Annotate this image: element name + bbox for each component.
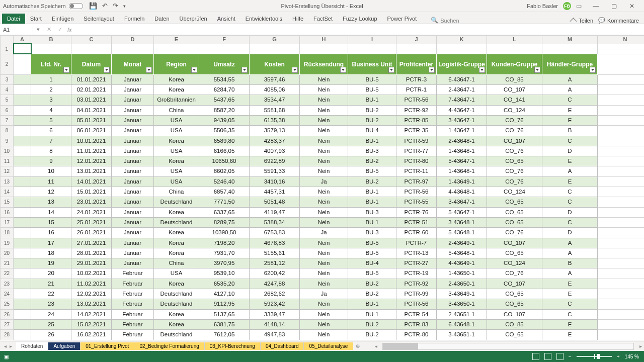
table-cell[interactable]: 3339,47	[250, 309, 300, 319]
table-cell[interactable]: E	[542, 115, 598, 125]
table-cell[interactable]: E	[542, 289, 598, 299]
table-cell[interactable]: Januar	[112, 197, 154, 207]
table-cell[interactable]: Deutschland	[154, 289, 199, 299]
table-cell[interactable]: 25.01.2021	[71, 217, 112, 227]
share-button[interactable]: Teilen	[572, 18, 593, 24]
zoom-slider[interactable]	[577, 356, 612, 357]
table-cell[interactable]: 15	[31, 217, 71, 227]
cell[interactable]	[71, 44, 112, 54]
table-cell[interactable]: BU-5	[348, 166, 396, 176]
table-cell[interactable]: USA	[154, 115, 199, 125]
table-cell[interactable]: PCTR-7	[396, 238, 437, 248]
table-cell[interactable]: PCTR-54	[396, 309, 437, 319]
table-cell[interactable]: PCTR-27	[396, 258, 437, 268]
cell[interactable]	[31, 44, 71, 54]
table-cell[interactable]: 6753,83	[250, 228, 300, 238]
table-cell[interactable]: Korea	[154, 228, 199, 238]
sheet-tab[interactable]: 02_Bedingte Formatierung	[134, 342, 204, 350]
table-cell[interactable]: Korea	[154, 207, 199, 217]
table-cell[interactable]: PCTR-80	[396, 156, 437, 166]
table-cell[interactable]: Nein	[300, 74, 348, 84]
table-cell[interactable]: 23	[31, 299, 71, 309]
table-cell[interactable]: 27.01.2021	[71, 238, 112, 248]
table-cell[interactable]: 3	[31, 95, 71, 105]
cell[interactable]	[542, 44, 598, 54]
table-cell[interactable]: A	[542, 238, 598, 248]
table-cell[interactable]: Nein	[300, 238, 348, 248]
maximize-button[interactable]: ▢	[605, 0, 623, 12]
table-cell[interactable]: 8602,05	[199, 166, 250, 176]
table-cell[interactable]: 1-43647-1	[437, 126, 487, 136]
table-cell[interactable]: 2-43648-1	[437, 136, 487, 146]
sheet-tab[interactable]: 01_Erstellung Pivot	[80, 342, 134, 350]
table-cell[interactable]: 2682,62	[250, 289, 300, 299]
table-cell[interactable]: 5246,40	[199, 176, 250, 187]
table-cell[interactable]: CO_107	[487, 279, 542, 289]
table-cell[interactable]: 13.01.2021	[71, 166, 112, 176]
table-cell[interactable]: 5923,42	[250, 299, 300, 309]
user-avatar[interactable]: FB	[563, 2, 571, 10]
ribbon-tab-datei[interactable]: Datei	[2, 14, 25, 24]
table-cell[interactable]: PCTR-60	[396, 228, 437, 238]
table-cell[interactable]: 5-43647-1	[437, 207, 487, 217]
table-cell[interactable]: Nein	[300, 217, 348, 227]
row-header-2[interactable]: 2	[1, 54, 14, 74]
table-cell[interactable]: 4007,93	[250, 146, 300, 156]
tab-nav-prev-icon[interactable]: ▸	[10, 343, 12, 349]
table-header[interactable]: Kosten	[250, 54, 300, 74]
table-cell[interactable]: 5155,61	[250, 248, 300, 258]
table-cell[interactable]: Korea	[154, 248, 199, 258]
table-cell[interactable]: CO_65	[487, 289, 542, 299]
table-cell[interactable]: 3970,95	[199, 258, 250, 268]
table-cell[interactable]: USA	[154, 268, 199, 279]
table-cell[interactable]: 4-43648-1	[437, 187, 487, 197]
table-cell[interactable]: Nein	[300, 197, 348, 207]
table-cell[interactable]: 3-43650-1	[437, 299, 487, 309]
table-cell[interactable]: PCTR-51	[396, 217, 437, 227]
table-cell[interactable]: BU-2	[348, 289, 396, 299]
table-cell[interactable]: BU-2	[348, 156, 396, 166]
table-cell[interactable]: 16	[31, 228, 71, 238]
record-macro-icon[interactable]: ▣	[4, 354, 9, 359]
table-cell[interactable]: USA	[154, 146, 199, 156]
table-cell[interactable]: 3534,47	[250, 95, 300, 105]
table-cell[interactable]: Nein	[300, 156, 348, 166]
row-header-24[interactable]: 24	[1, 289, 14, 299]
table-cell[interactable]: 6589,80	[199, 136, 250, 146]
filter-icon[interactable]	[388, 67, 394, 73]
table-cell[interactable]: A	[542, 248, 598, 258]
table-cell[interactable]: 15.01.2021	[71, 187, 112, 197]
table-cell[interactable]: CO_76	[487, 115, 542, 125]
table-cell[interactable]: 14.02.2021	[71, 309, 112, 319]
row-header-16[interactable]: 16	[1, 207, 14, 217]
table-cell[interactable]: Korea	[154, 309, 199, 319]
name-box[interactable]: A1	[0, 27, 33, 33]
table-cell[interactable]: BU-5	[348, 238, 396, 248]
table-cell[interactable]: 3-43648-1	[437, 217, 487, 227]
table-cell[interactable]: Januar	[112, 156, 154, 166]
sheet-tab[interactable]: Rohdaten	[16, 342, 48, 350]
table-cell[interactable]: 21	[31, 279, 71, 289]
table-cell[interactable]: BU-2	[348, 176, 396, 187]
row-header-4[interactable]: 4	[1, 85, 14, 95]
table-cell[interactable]: 9112,95	[199, 299, 250, 309]
table-cell[interactable]: PCTR-55	[396, 197, 437, 207]
table-cell[interactable]: 15.02.2021	[71, 319, 112, 329]
row-header-9[interactable]: 9	[1, 136, 14, 146]
column-header-D[interactable]: D	[112, 36, 154, 44]
table-cell[interactable]: 24.01.2021	[71, 207, 112, 217]
table-cell[interactable]: C	[542, 136, 598, 146]
column-header-L[interactable]: L	[487, 36, 542, 44]
table-cell[interactable]: 4678,83	[250, 238, 300, 248]
filter-icon[interactable]	[590, 67, 596, 73]
row-header-6[interactable]: 6	[1, 105, 14, 115]
cell[interactable]	[250, 44, 300, 54]
table-cell[interactable]: D	[542, 146, 598, 156]
table-cell[interactable]: BU-4	[348, 126, 396, 136]
table-cell[interactable]: BU-2	[348, 330, 396, 340]
table-cell[interactable]: Februar	[112, 299, 154, 309]
table-cell[interactable]: Korea	[154, 74, 199, 84]
table-cell[interactable]: 10.01.2021	[71, 136, 112, 146]
column-header-G[interactable]: G	[250, 36, 300, 44]
table-cell[interactable]: A	[542, 85, 598, 95]
